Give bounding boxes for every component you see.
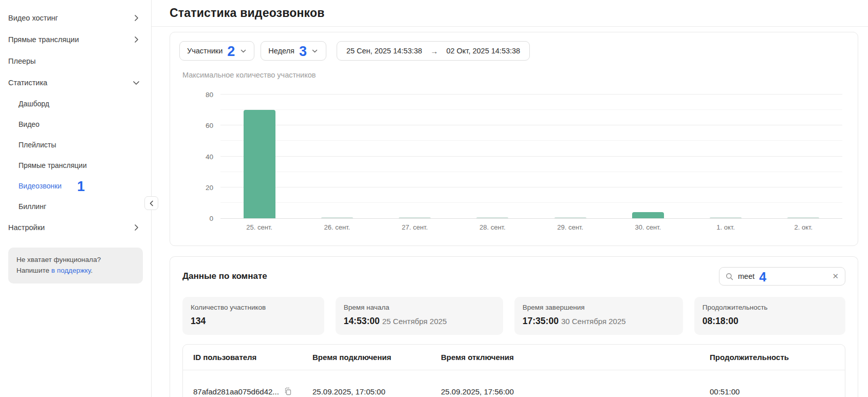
support-line1: Не хватает функционала? xyxy=(16,255,135,266)
app-root: Видео хостинг Прямые трансляции Плееры С… xyxy=(0,0,868,397)
y-axis-tick-label: 60 xyxy=(206,122,213,129)
sidebar-item-label: Дашборд xyxy=(19,100,49,108)
table-header-row: ID пользователя Время подключения Время … xyxy=(183,345,845,370)
gridline-minor xyxy=(220,109,842,110)
room-data-card: Данные по комнате meet 4 ✕ Количество уч… xyxy=(170,256,858,397)
x-axis-tick-label: 27. сент. xyxy=(376,223,454,231)
y-axis-tick-label: 0 xyxy=(209,215,213,222)
cell-user-id: 87afad281aa075d6d42... xyxy=(193,387,312,396)
chart-bar xyxy=(476,217,508,218)
chart-x-axis-labels: 25. сент.26. сент.27. сент.28. сент.29. … xyxy=(220,223,842,231)
gridline-minor xyxy=(220,140,842,141)
chart-title: Максимальное количество участников xyxy=(182,71,848,79)
col-duration: Продолжительность xyxy=(710,353,815,362)
x-axis-tick-label: 26. сент. xyxy=(298,223,376,231)
sidebar-item-video[interactable]: Видео xyxy=(0,114,151,135)
sidebar-item-statistics[interactable]: Статистика xyxy=(0,72,151,93)
col-disconnect-time: Время отключения xyxy=(441,353,710,362)
page-title: Статистика видеозвонков xyxy=(170,6,856,20)
stat-card-end-time: Время завершения 17:35:0030 Сентября 202… xyxy=(514,297,683,335)
chart-bar xyxy=(787,217,819,218)
gridline xyxy=(220,187,842,187)
chevron-down-icon xyxy=(311,47,319,54)
stat-card-start-time: Время начала 14:53:0025 Сентября 2025 xyxy=(336,297,503,335)
period-dropdown[interactable]: Неделя 3 xyxy=(261,41,326,61)
chevron-down-icon xyxy=(239,47,247,54)
chart-card: Участники 2 Неделя 3 25 Сен, 2025 14:53:… xyxy=(170,32,858,246)
x-axis-tick-label: 29. сент. xyxy=(531,223,609,231)
sidebar-item-label: Видео хостинг xyxy=(8,14,58,22)
sidebar-item-video-calls[interactable]: Видеозвонки 1 xyxy=(0,176,151,196)
gridline-minor xyxy=(220,202,842,203)
x-axis-tick-label: 30. сент. xyxy=(609,223,687,231)
x-axis-tick-label: 2. окт. xyxy=(765,223,842,231)
content: Участники 2 Неделя 3 25 Сен, 2025 14:53:… xyxy=(152,27,868,397)
sidebar-item-live-streams-sub[interactable]: Прямые трансляции xyxy=(0,155,151,176)
chart-bar xyxy=(399,217,431,218)
sidebar-collapse-button[interactable] xyxy=(144,196,158,210)
sidebar-item-players[interactable]: Плееры xyxy=(0,50,151,72)
sidebar-item-label: Плееры xyxy=(8,57,36,65)
chart-bar xyxy=(244,110,275,218)
filter-row: Участники 2 Неделя 3 25 Сен, 2025 14:53:… xyxy=(179,41,848,61)
room-search-input[interactable]: meet 4 ✕ xyxy=(719,267,845,286)
chart-bar xyxy=(632,212,664,218)
search-icon xyxy=(726,273,733,280)
chevron-left-icon xyxy=(150,200,154,206)
date-range-picker[interactable]: 25 Сен, 2025 14:53:38 → 02 Окт, 2025 14:… xyxy=(337,41,530,61)
stat-value: 17:35:0030 Сентября 2025 xyxy=(523,316,675,327)
stat-value: 134 xyxy=(191,316,316,327)
sidebar: Видео хостинг Прямые трансляции Плееры С… xyxy=(0,0,152,397)
chevron-right-icon xyxy=(133,224,140,231)
x-axis-tick-label: 28. сент. xyxy=(454,223,531,231)
main-area: Статистика видеозвонков Участники 2 Неде… xyxy=(152,0,868,397)
support-box: Не хватает функционала? Напишите в подде… xyxy=(8,248,143,283)
gridline xyxy=(220,94,842,94)
arrow-right-icon: → xyxy=(430,47,438,55)
chart-plot-area: 020406080 xyxy=(220,94,842,219)
gridline xyxy=(220,125,842,125)
chart-bar xyxy=(321,217,353,218)
copy-icon[interactable] xyxy=(284,387,292,395)
stat-sub: 25 Сентября 2025 xyxy=(382,317,447,326)
y-axis-tick-label: 20 xyxy=(206,183,213,191)
room-title: Данные по комнате xyxy=(182,271,267,281)
chart-bar xyxy=(555,217,586,218)
stat-label: Время завершения xyxy=(523,304,675,311)
cell-disconnect-time: 25.09.2025, 17:56:00 xyxy=(441,387,710,396)
chevron-right-icon xyxy=(133,36,140,43)
cell-connect-time: 25.09.2025, 17:05:00 xyxy=(312,387,441,396)
sidebar-item-label: Статистика xyxy=(8,79,47,87)
sidebar-item-dashboard[interactable]: Дашборд xyxy=(0,93,151,114)
sidebar-item-settings[interactable]: Настройки xyxy=(0,217,151,238)
date-to: 02 Окт, 2025 14:53:38 xyxy=(446,47,520,55)
chevron-right-icon xyxy=(133,14,140,22)
chevron-down-icon xyxy=(133,79,140,86)
stat-label: Продолжительность xyxy=(703,304,837,311)
col-connect-time: Время подключения xyxy=(312,353,441,362)
sidebar-item-billing[interactable]: Биллинг xyxy=(0,196,151,217)
room-header: Данные по комнате meet 4 ✕ xyxy=(182,267,845,286)
support-line2: Напишите в поддержку. xyxy=(16,266,135,276)
gridline-minor xyxy=(220,172,842,172)
stat-label: Количество участников xyxy=(191,304,316,311)
sidebar-item-label: Прямые трансляции xyxy=(8,35,79,44)
sidebar-item-live-streams[interactable]: Прямые трансляции xyxy=(0,29,151,50)
stat-value: 14:53:0025 Сентября 2025 xyxy=(344,316,495,327)
participants-table: ID пользователя Время подключения Время … xyxy=(182,344,845,397)
stats-row: Количество участников 134 Время начала 1… xyxy=(182,297,845,335)
sidebar-item-video-hosting[interactable]: Видео хостинг xyxy=(0,7,151,29)
sidebar-item-label: Прямые трансляции xyxy=(19,161,87,169)
y-axis-tick-label: 40 xyxy=(206,153,213,160)
table-row: 87afad281aa075d6d42... 25.09.2025, 17:05… xyxy=(183,370,845,397)
sidebar-item-label: Плейлисты xyxy=(19,141,56,149)
metric-dropdown[interactable]: Участники 2 xyxy=(179,41,254,61)
y-axis-tick-label: 80 xyxy=(206,91,213,99)
chart-bar xyxy=(710,217,742,218)
page-header: Статистика видеозвонков xyxy=(152,0,868,27)
sidebar-item-playlists[interactable]: Плейлисты xyxy=(0,135,151,155)
support-link[interactable]: в поддержку xyxy=(51,267,91,274)
clear-search-icon[interactable]: ✕ xyxy=(832,272,839,281)
x-axis-tick-label: 1. окт. xyxy=(687,223,765,231)
sidebar-item-label: Видео xyxy=(19,120,40,128)
